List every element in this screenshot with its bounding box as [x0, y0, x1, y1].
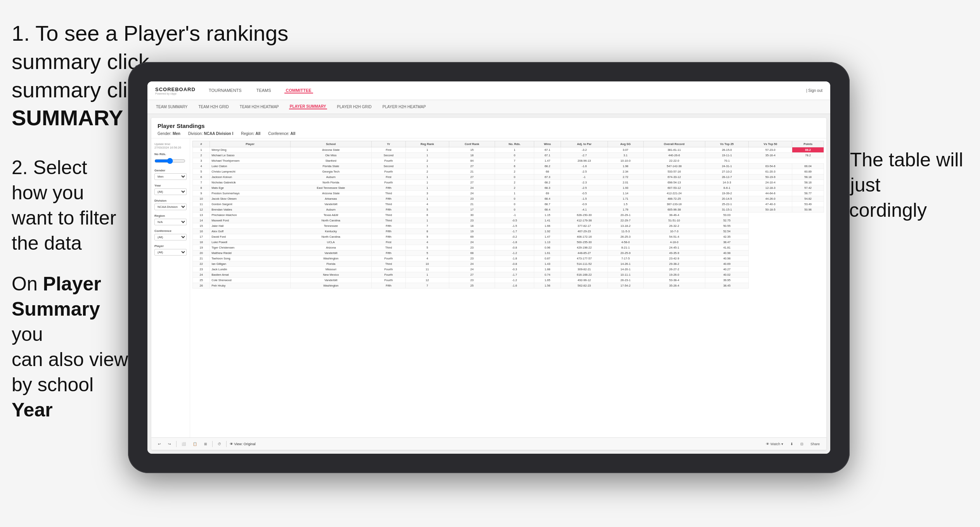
panel-body: Update time: 27/03/2024 16:56:26 No Rds.…	[151, 138, 826, 437]
panel-title: Player Standings	[158, 123, 820, 129]
table-row: 22Ian GilliganFloridaThird1024-0.81.4351…	[193, 261, 824, 267]
share-icon-btn[interactable]: ⊡	[798, 441, 805, 447]
col-wins: Wins	[534, 141, 561, 147]
panel-filters: Gender: Men Division: NCAA Division I Re…	[158, 131, 820, 136]
logo-area: SCOREBOARD Powered by clippi	[155, 86, 196, 95]
no-rds-slider[interactable]	[154, 158, 185, 164]
bottom-toolbar: ↩ ↪ ⬜ 📋 ⊞ ⏱ 👁 View: Original 👁 Watch ▾ ⬇…	[151, 437, 826, 450]
col-adj: Adj. to Par	[561, 141, 608, 147]
view-label: 👁 View: Original	[230, 442, 256, 446]
table-row: 5Christo LamprechtGeorgia TechFourth2212…	[193, 169, 824, 175]
panel-header: Player Standings Gender: Men Division: N…	[151, 118, 826, 138]
logo-text: SCOREBOARD	[155, 86, 196, 92]
scoreboard-panel: Player Standings Gender: Men Division: N…	[151, 118, 826, 450]
division-filter-group: Division NCAA Division I	[154, 199, 187, 210]
table-row: 8Mats EgeEast Tennessee StateFifth124268…	[193, 185, 824, 191]
instruction-step3: 3. The table will adjust accordingly	[829, 147, 976, 223]
col-player: Player	[210, 141, 290, 147]
table-row: 16Alex GoffKentuckyFifth819-1.71.92467-2…	[193, 229, 824, 234]
table-row: 18Luke PowellUCLAFirst424-1.81.13500-155…	[193, 240, 824, 245]
logo-sub: Powered by clippi	[155, 92, 196, 95]
player-table-body: 1Wenyi DingArizona StateFirst115167.1-3.…	[193, 147, 824, 289]
sub-nav-team-h2h-heatmap[interactable]: TEAM H2H HEATMAP	[239, 105, 280, 109]
tablet-screen: SCOREBOARD Powered by clippi TOURNAMENTS…	[147, 81, 830, 454]
division-label: Division	[154, 199, 187, 202]
col-rank: #	[193, 141, 210, 147]
year-label: Year	[154, 184, 187, 187]
watch-btn[interactable]: 👁 Watch ▾	[764, 441, 785, 447]
division-filter: Division: NCAA Division I	[188, 131, 233, 136]
sidebar-filters: Update time: 27/03/2024 16:56:26 No Rds.…	[151, 138, 190, 437]
region-filter-group: Region N/A	[154, 214, 187, 225]
nav-committee[interactable]: COMMITTEE	[284, 88, 313, 93]
col-vs-top50: Vs Top 50	[749, 141, 792, 147]
download-btn[interactable]: ⬇	[788, 441, 795, 447]
col-vs-top25: Vs Top 25	[705, 141, 748, 147]
conference-filter: Conference: All	[268, 131, 295, 136]
col-yr: Yr	[372, 141, 406, 147]
conference-filter-group: Conference (All)	[154, 229, 187, 240]
table-row: 10Jacob Skov OlesenArkansasFifth123068.4…	[193, 196, 824, 202]
clock-btn[interactable]: ⏱	[216, 441, 223, 447]
table-row: 1Wenyi DingArizona StateFirst115167.1-3.…	[193, 147, 824, 153]
instruction-step2-bottom: On PlayerSummary youcan also viewby scho…	[0, 264, 147, 430]
table-row: 3Michael ThorbjornsenStanfordFourth28471…	[193, 158, 824, 164]
sub-nav-player-h2h-heatmap[interactable]: PLAYER H2H HEATMAP	[382, 105, 427, 109]
sub-nav-player-h2h-grid[interactable]: PLAYER H2H GRID	[336, 105, 372, 109]
col-reg-rank: Reg Rank	[406, 141, 449, 147]
player-standings-table: # Player School Yr Reg Rank Conf Rank No…	[192, 141, 824, 289]
col-conf-rank: Conf Rank	[449, 141, 495, 147]
gender-select[interactable]: Men	[154, 173, 187, 180]
paste-btn[interactable]: 📋	[191, 441, 199, 447]
redo-btn[interactable]: ↪	[166, 441, 173, 447]
table-row: 23Jack LundinMissouriFourth1124-0.31.883…	[193, 267, 824, 272]
toolbar-sep-1	[176, 441, 177, 447]
table-row: 7Nicholas GabrelcikNorth FloridaFourth12…	[193, 180, 824, 185]
division-select[interactable]: NCAA Division I	[154, 204, 187, 210]
table-row: 26Petr HrubyWashingtonFifth725-1.61.5656…	[193, 283, 824, 289]
table-row: 13Phichaksn MaichonTexas A&MThird630-11.…	[193, 213, 824, 218]
gender-label: Gender	[154, 169, 187, 172]
table-row: 25Cole SherwoodVanderbiltFourth1223-1.21…	[193, 278, 824, 283]
year-filter-group: Year (All) First Second Third Fourth Fif…	[154, 184, 187, 195]
table-row: 17David FordNorth CarolinaFifth969-0.21.…	[193, 234, 824, 240]
region-filter: Region: All	[241, 131, 260, 136]
nav-items: TOURNAMENTS TEAMS COMMITTEE	[207, 88, 806, 93]
top-navbar: SCOREBOARD Powered by clippi TOURNAMENTS…	[147, 81, 830, 100]
table-row: 6Jackson KoivunAuburnFirst127067.3-12.72…	[193, 175, 824, 180]
year-select[interactable]: (All) First Second Third Fourth Fifth	[154, 188, 187, 195]
player-select[interactable]: (All)	[154, 249, 187, 256]
col-points: Points	[792, 141, 824, 147]
toolbar-sep-2	[212, 441, 213, 447]
sub-nav-team-h2h-grid[interactable]: TEAM H2H GRID	[198, 105, 230, 109]
undo-btn[interactable]: ↩	[156, 441, 163, 447]
table-row: 2Michael Le SassoOle MissSecond118067.1-…	[193, 153, 824, 158]
instruction-step2: 2. Select how you want to filter the dat…	[0, 147, 136, 264]
no-rds-label: No Rds.	[154, 152, 187, 156]
table-row: 15Jake HallTennesseeFifth718-1.51.66377-…	[193, 223, 824, 229]
table-row: 14Maxwell FordNorth CarolinaThird123-0.5…	[193, 218, 824, 223]
gender-filter: Gender: Men	[158, 131, 180, 136]
player-label: Player	[154, 244, 187, 248]
sub-nav-team-summary[interactable]: TEAM SUMMARY	[155, 105, 189, 109]
conference-select[interactable]: (All)	[154, 234, 187, 240]
grid-btn[interactable]: ⊞	[202, 441, 209, 447]
region-label: Region	[154, 214, 187, 218]
no-rds-filter-group: No Rds.	[154, 152, 187, 165]
update-time: Update time: 27/03/2024 16:56:26	[154, 142, 187, 149]
table-row: 12Brendan ValdesAuburnFifth517068.4-4.11…	[193, 207, 824, 213]
table-row: 24Bastien AmatNew MexicoFourth127-1.70.7…	[193, 272, 824, 278]
region-select[interactable]: N/A	[154, 219, 187, 225]
table-row: 4Luke ClatonFlorida StateSecond127668.2-…	[193, 164, 824, 169]
share-btn[interactable]: Share	[809, 441, 822, 447]
nav-tournaments[interactable]: TOURNAMENTS	[207, 88, 243, 93]
sub-nav-player-summary[interactable]: PLAYER SUMMARY	[289, 104, 327, 109]
table-header-row: # Player School Yr Reg Rank Conf Rank No…	[193, 141, 824, 147]
col-avg-sg: Avg SG	[608, 141, 643, 147]
nav-teams[interactable]: TEAMS	[255, 88, 273, 93]
col-no-rds: No. Rds.	[495, 141, 534, 147]
sub-navbar: TEAM SUMMARY TEAM H2H GRID TEAM H2H HEAT…	[147, 100, 830, 114]
toolbar-sep-3	[226, 441, 227, 447]
copy-btn[interactable]: ⬜	[180, 441, 188, 447]
nav-right[interactable]: | Sign out	[806, 88, 822, 93]
